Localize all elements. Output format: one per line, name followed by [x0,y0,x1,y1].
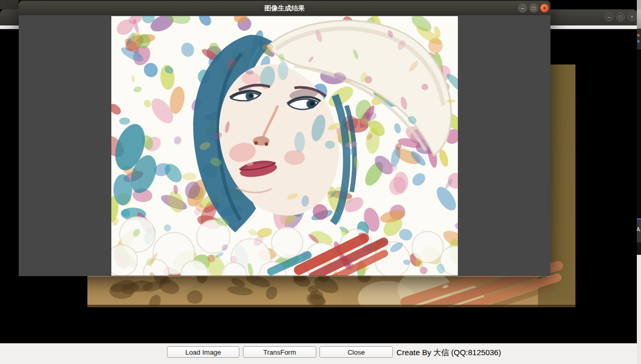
sliver-icon-strip [637,29,641,49]
minimize-icon: – [521,6,524,11]
stylized-result-image [111,16,458,276]
main-minimize-button[interactable]: – [605,12,613,21]
orange-icon [637,34,639,36]
close-button[interactable]: Close [319,346,393,358]
sliver-text-strip: A [637,218,641,242]
dialog-title: 图像生成结果 [264,4,305,13]
dialog-minimize-button[interactable]: – [518,4,527,12]
minimize-icon: – [608,15,611,20]
sliver-dark [637,49,641,218]
load-image-button[interactable]: Load Image [167,346,239,358]
sliver-top [637,0,641,9]
dialog-titlebar[interactable]: 图像生成结果 – □ × [19,1,550,15]
background-window-sliver: A [637,0,641,364]
blue-icon [637,40,639,43]
desktop-top-left-patch [0,0,19,9]
result-dialog: 图像生成结果 – □ × [19,0,550,277]
credit-text: Create By 大信 (QQ:8125036) [396,348,501,358]
close-icon: × [543,6,546,11]
sliver-light [637,255,641,364]
sliver-letter: A [637,226,640,232]
sliver-titlebar [637,9,641,29]
dialog-close-button[interactable]: × [540,4,549,12]
transform-button[interactable]: TransForm [243,346,316,358]
main-close-button[interactable]: × [627,12,636,21]
dialog-maximize-button[interactable]: □ [529,4,538,12]
dialog-content [19,15,550,276]
blue-line [637,218,641,219]
footer-bar: Load Image TransForm Close Create By 大信 … [0,343,637,364]
maximize-icon: □ [619,15,622,20]
sliver-dark2 [637,242,641,255]
close-icon: × [631,15,634,20]
maximize-icon: □ [532,6,535,11]
main-maximize-button[interactable]: □ [616,12,625,21]
